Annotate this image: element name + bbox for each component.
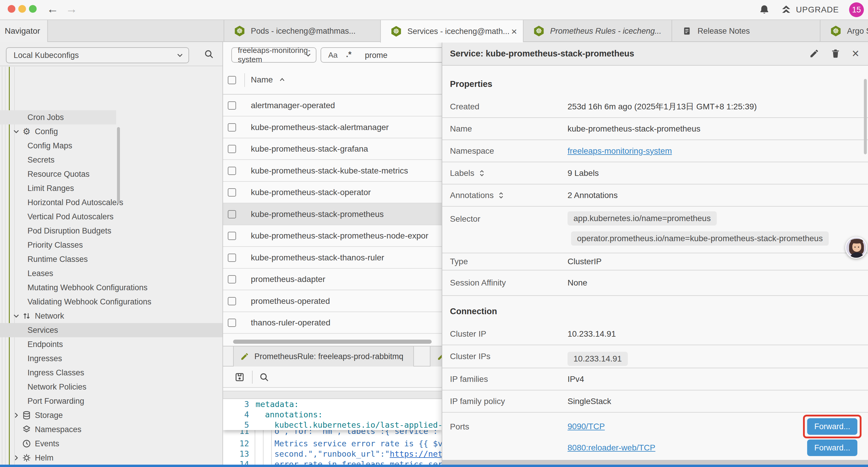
table-row-kube-prometheus-stack-prometheus[interactable]: kube-prometheus-stack-prometheus — [223, 203, 442, 225]
scrollbar-thumb[interactable] — [864, 79, 867, 154]
clock-icon — [22, 439, 31, 448]
minimize-window-icon[interactable] — [18, 5, 26, 13]
row-checkbox[interactable] — [228, 101, 236, 110]
close-icon[interactable]: × — [852, 47, 859, 60]
notifications-bell-icon[interactable] — [759, 4, 770, 16]
tab-navigator[interactable]: Navigator — [0, 20, 48, 42]
search-icon[interactable] — [259, 372, 269, 382]
tab-argo-se[interactable]: ☸Argo Se — [820, 20, 868, 42]
editor-tab-partial[interactable] — [430, 346, 442, 367]
port-link[interactable]: 9090/TCP — [567, 422, 605, 431]
sidebar-item-namespaces[interactable]: Namespaces — [0, 422, 222, 437]
horizontal-scrollbar[interactable] — [442, 460, 868, 465]
kubernetes-icon: ☸ — [831, 26, 841, 36]
port-link[interactable]: 8080:reloader-web/TCP — [567, 443, 655, 453]
horizontal-scrollbar-thumb[interactable] — [233, 340, 432, 344]
row-checkbox[interactable] — [228, 319, 236, 327]
sidebar-item-network-policies[interactable]: Network Policies — [0, 380, 222, 394]
sidebar-item-runtime-classes[interactable]: Runtime Classes — [0, 252, 222, 266]
trash-icon[interactable] — [831, 49, 840, 59]
table-row-alertmanager-operated[interactable]: alertmanager-operated — [223, 95, 442, 116]
namespace-filter-select[interactable]: freeleaps-monitoring-system — [231, 47, 316, 63]
pencil-icon[interactable] — [809, 49, 819, 59]
sidebar-item-ingress-classes[interactable]: Ingress Classes — [0, 366, 222, 380]
table-row-prometheus-adapter[interactable]: prometheus-adapter — [223, 268, 442, 290]
chevron-right-icon[interactable] — [12, 454, 21, 462]
forward-button[interactable]: Forward... — [807, 439, 857, 456]
sidebar-item-priority-classes[interactable]: Priority Classes — [0, 238, 222, 252]
chevron-down-icon[interactable] — [12, 127, 21, 136]
sidebar-item-port-forwarding[interactable]: Port Forwarding — [0, 394, 222, 408]
namespace-link[interactable]: freeleaps-monitoring-system — [567, 146, 672, 156]
yaml-editor[interactable]: 11o", for: "nm", labels :{ service : 12M… — [223, 399, 442, 467]
sidebar-item-cron-jobs[interactable]: Cron Jobs — [0, 110, 116, 124]
regex-toggle[interactable]: .* — [346, 50, 351, 59]
table-row-kube-prometheus-stack-kube-state-metrics[interactable]: kube-prometheus-stack-kube-state-metrics — [223, 160, 442, 182]
table-row-kube-prometheus-stack-grafana[interactable]: kube-prometheus-stack-grafana — [223, 138, 442, 160]
tab-services-icecheng-math[interactable]: ☸Services - icecheng@math...× — [380, 20, 523, 42]
notification-count-badge[interactable]: 15 — [849, 2, 864, 17]
field-label: Namespace — [442, 146, 567, 156]
sidebar-item-secrets[interactable]: Secrets — [0, 153, 222, 167]
table-row-kube-prometheus-stack-alertmanager[interactable]: kube-prometheus-stack-alertmanager — [223, 116, 442, 138]
sidebar-item-ingresses[interactable]: Ingresses — [0, 351, 222, 366]
row-checkbox[interactable] — [228, 123, 236, 132]
sidebar-item-mutating-webhook-configurations[interactable]: Mutating Webhook Configurations — [0, 281, 222, 295]
sidebar-item-services[interactable]: Services — [0, 323, 222, 337]
table-row-prometheus-operated[interactable]: prometheus-operated — [223, 290, 442, 312]
sidebar-item-endpoints[interactable]: Endpoints — [0, 337, 222, 351]
sidebar-item-pod-disruption-budgets[interactable]: Pod Disruption Budgets — [0, 224, 222, 238]
scrollbar-thumb[interactable] — [117, 127, 120, 204]
search-input[interactable]: Aa .* prome — [320, 47, 442, 63]
forward-arrow-icon[interactable]: → — [66, 2, 78, 16]
chevron-right-icon[interactable] — [12, 411, 21, 420]
search-icon[interactable] — [204, 49, 214, 59]
row-checkbox[interactable] — [228, 210, 236, 218]
upgrade-button[interactable]: UPGRADE — [780, 4, 839, 16]
select-all-checkbox[interactable] — [228, 76, 236, 84]
back-arrow-icon[interactable]: ← — [47, 2, 59, 16]
tab-prometheus-rules-icecheng[interactable]: ☸Prometheus Rules - icecheng... — [523, 20, 672, 42]
save-icon[interactable] — [234, 372, 245, 382]
sidebar-item-resource-quotas[interactable]: Resource Quotas — [0, 167, 222, 181]
table-row-thanos-ruler-operated[interactable]: thanos-ruler-operated — [223, 312, 442, 334]
tab-release-notes[interactable]: Release Notes — [672, 20, 820, 42]
sidebar-item-vertical-pod-autoscalers[interactable]: Vertical Pod Autoscalers — [0, 209, 222, 224]
sidebar-item-limit-ranges[interactable]: Limit Ranges — [0, 181, 222, 195]
sidebar-item-events[interactable]: Events — [0, 437, 222, 451]
panel-row-name: Namekube-prometheus-stack-prometheus — [442, 118, 868, 140]
sidebar-item-config-maps[interactable]: Config Maps — [0, 139, 222, 153]
sidebar-item-helm[interactable]: Helm — [0, 451, 222, 465]
tab-label: Release Notes — [698, 27, 750, 36]
service-name: kube-prometheus-stack-thanos-ruler — [251, 253, 384, 262]
sidebar-item-leases[interactable]: Leases — [0, 266, 222, 281]
editor-tab-prometheusrule[interactable]: PrometheusRule: freeleaps-prod-rabbitmq — [233, 346, 414, 367]
column-header-name[interactable]: Name — [251, 75, 286, 85]
sidebar-item-horizontal-pod-autoscalers[interactable]: Horizontal Pod Autoscalers — [0, 195, 222, 209]
tab-pods-icecheng-mathmas[interactable]: ☸Pods - icecheng@mathmas... — [224, 20, 380, 42]
table-row-kube-prometheus-stack-operator[interactable]: kube-prometheus-stack-operator — [223, 181, 442, 203]
row-checkbox[interactable] — [228, 275, 236, 284]
kubeconfig-select[interactable]: Local Kubeconfigs — [6, 47, 189, 63]
panel-header: Service: kube-prometheus-stack-prometheu… — [442, 42, 868, 66]
table-row-kube-prometheus-stack-thanos-ruler[interactable]: kube-prometheus-stack-thanos-ruler — [223, 247, 442, 269]
avatar[interactable] — [845, 237, 867, 259]
row-checkbox[interactable] — [228, 167, 236, 175]
row-checkbox[interactable] — [228, 297, 236, 305]
row-checkbox[interactable] — [228, 188, 236, 197]
close-window-icon[interactable] — [8, 5, 16, 13]
sidebar-item-config[interactable]: ⚙Config — [0, 124, 222, 139]
field-value: SingleStack — [567, 397, 611, 406]
zoom-window-icon[interactable] — [29, 5, 37, 13]
row-checkbox[interactable] — [228, 232, 236, 240]
row-checkbox[interactable] — [228, 145, 236, 153]
sidebar-item-storage[interactable]: Storage — [0, 408, 222, 422]
chevron-down-icon[interactable] — [12, 312, 21, 320]
close-icon[interactable]: × — [511, 26, 517, 36]
field-label: Name — [442, 124, 567, 134]
match-case-toggle[interactable]: Aa — [328, 51, 338, 60]
table-row-kube-prometheus-stack-prometheus-node-expor[interactable]: kube-prometheus-stack-prometheus-node-ex… — [223, 225, 442, 247]
sidebar-item-validating-webhook-configurations[interactable]: Validating Webhook Configurations — [0, 295, 222, 309]
row-checkbox[interactable] — [228, 254, 236, 262]
sidebar-item-network[interactable]: Network — [0, 309, 222, 323]
